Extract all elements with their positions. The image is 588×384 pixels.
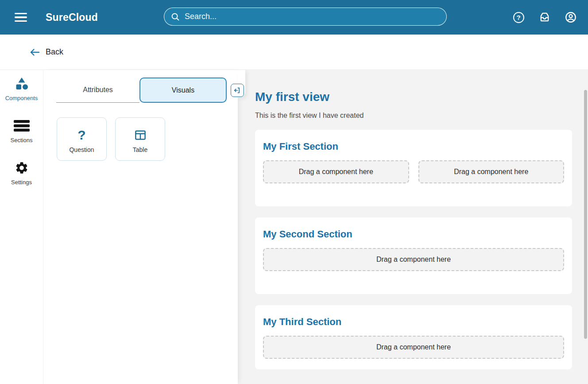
table-grid-icon [134, 127, 147, 144]
stacked-bars-icon [14, 118, 30, 133]
collapse-panel-left-icon [233, 86, 242, 95]
dropzone[interactable]: Drag a component here [263, 160, 409, 183]
inbox-button[interactable] [538, 11, 551, 24]
component-card-question[interactable]: ? Question [57, 117, 107, 161]
back-button[interactable]: Back [29, 47, 63, 57]
account-button[interactable] [564, 11, 577, 24]
page-subtitle: This is the first view I have created [255, 111, 572, 120]
sidebar-item-label: Sections [11, 137, 33, 144]
dropzone[interactable]: Drag a component here [418, 160, 565, 183]
section-card-3: My Third Section Drag a component here [255, 305, 572, 369]
search-icon [170, 12, 180, 22]
component-label: Question [69, 146, 94, 153]
search-bar[interactable] [164, 8, 447, 26]
section-card-1: My First Section Drag a component here D… [255, 130, 572, 206]
dropzone[interactable]: Drag a component here [263, 336, 564, 359]
section-title: My Second Section [263, 229, 564, 240]
body-row: Components Sections Sett [0, 70, 588, 384]
section-title: My First Section [263, 141, 564, 152]
tab-visuals[interactable]: Visuals [139, 78, 227, 103]
question-mark-icon: ? [77, 127, 85, 144]
shapes-icon [14, 76, 29, 91]
sidebar-item-settings[interactable]: Settings [0, 160, 43, 186]
sidebar-item-sections[interactable]: Sections [0, 118, 43, 144]
search-input[interactable] [185, 12, 440, 21]
inbox-tray-icon [538, 11, 551, 23]
left-arrow-icon [29, 48, 40, 57]
view-canvas: My first view This is the first view I h… [238, 70, 588, 384]
header-actions: ? [512, 0, 577, 35]
dropzone[interactable]: Drag a component here [263, 248, 564, 271]
brand-logo: SureCloud [46, 12, 98, 23]
section-card-2: My Second Section Drag a component here [255, 217, 572, 294]
vertical-scrollbar-thumb[interactable] [584, 90, 587, 339]
components-panel: Attributes Visuals ? Question [43, 70, 238, 384]
app-window: SureCloud ? [0, 0, 588, 384]
hamburger-menu-icon[interactable] [15, 8, 32, 26]
tab-attributes[interactable]: Attributes [56, 78, 139, 103]
sidebar-item-components[interactable]: Components [0, 76, 43, 101]
sidebar-item-label: Settings [11, 179, 32, 186]
left-rail: Components Sections Sett [0, 70, 43, 384]
section-title: My Third Section [263, 316, 564, 328]
dropzone-row: Drag a component here [263, 336, 564, 359]
help-icon: ? [513, 12, 524, 23]
gear-icon [15, 160, 29, 175]
component-label: Table [133, 146, 147, 153]
back-label: Back [46, 47, 63, 57]
component-card-table[interactable]: Table [115, 117, 165, 161]
top-header: SureCloud ? [0, 0, 588, 35]
help-button[interactable]: ? [512, 11, 525, 24]
collapse-panel-button[interactable] [231, 84, 244, 97]
back-bar: Back [0, 35, 588, 70]
component-cards: ? Question Table [57, 117, 238, 161]
panel-tabs: Attributes Visuals [56, 78, 238, 103]
sidebar-item-label: Components [5, 95, 38, 101]
person-circle-icon [565, 11, 577, 23]
dropzone-row: Drag a component here Drag a component h… [263, 160, 564, 183]
dropzone-row: Drag a component here [263, 248, 564, 271]
page-title: My first view [255, 90, 572, 104]
